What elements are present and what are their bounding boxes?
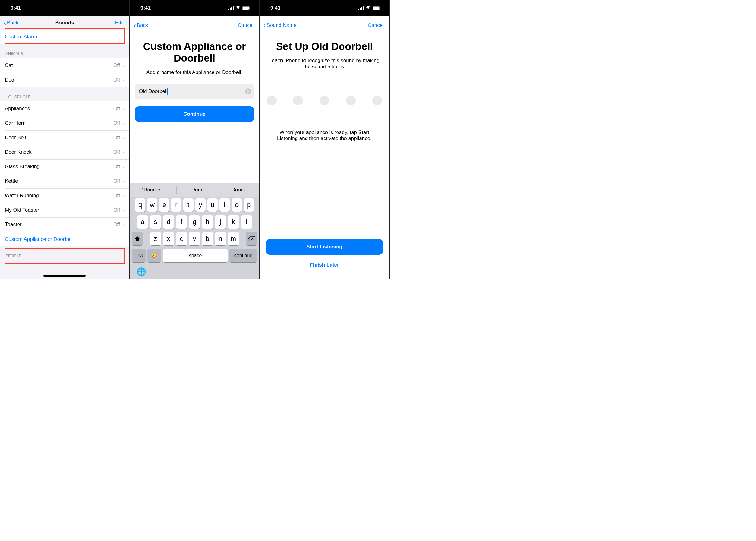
- row-label: Car Horn: [5, 120, 26, 126]
- key-c[interactable]: c: [176, 232, 187, 246]
- back-label: Back: [7, 20, 18, 26]
- key-q[interactable]: q: [135, 198, 145, 212]
- list-container: Custom Alarm ANIMALS CatOff›DogOff› HOUS…: [0, 30, 129, 279]
- key-d[interactable]: d: [163, 215, 174, 229]
- custom-appliance-label: Custom Appliance or Doorbell: [5, 237, 73, 243]
- key-b[interactable]: b: [202, 232, 213, 246]
- back-button[interactable]: ‹Back: [4, 19, 18, 27]
- emoji-key[interactable]: 😀: [147, 249, 161, 263]
- clear-text-button[interactable]: ✕: [245, 89, 251, 95]
- key-r[interactable]: r: [171, 198, 182, 212]
- suggestion-3[interactable]: Doors: [218, 183, 259, 197]
- delete-key[interactable]: [246, 232, 257, 246]
- keyboard-continue-key[interactable]: continue: [230, 249, 257, 263]
- name-input[interactable]: Old Doorbell: [135, 84, 254, 99]
- chevron-right-icon: ›: [122, 149, 124, 156]
- key-p[interactable]: p: [244, 198, 254, 212]
- key-l[interactable]: l: [241, 215, 252, 229]
- key-o[interactable]: o: [232, 198, 242, 212]
- svg-rect-17: [363, 6, 364, 10]
- row-label: Toaster: [5, 222, 22, 228]
- row-car-horn[interactable]: Car HornOff›: [0, 116, 129, 131]
- key-t[interactable]: t: [183, 198, 194, 212]
- row-toaster[interactable]: ToasterOff›: [0, 217, 129, 232]
- screen-setup-sound: 9:41 ‹Sound Name Cancel Set Up Old Doorb…: [260, 0, 390, 279]
- svg-rect-6: [120, 8, 121, 9]
- chevron-right-icon: ›: [122, 163, 124, 170]
- key-n[interactable]: n: [215, 232, 226, 246]
- modal-sheet: ‹Back Cancel Custom Appliance or Doorbel…: [130, 17, 259, 279]
- row-cat[interactable]: CatOff›: [0, 58, 129, 73]
- key-v[interactable]: v: [189, 232, 200, 246]
- finish-later-button[interactable]: Finish Later: [266, 260, 383, 270]
- row-label: Door Bell: [5, 135, 26, 141]
- row-appliances[interactable]: AppliancesOff›: [0, 101, 129, 116]
- key-j[interactable]: j: [215, 215, 226, 229]
- home-indicator[interactable]: [43, 275, 86, 276]
- shift-key[interactable]: [132, 232, 143, 246]
- battery-icon: [113, 6, 121, 10]
- key-k[interactable]: k: [228, 215, 239, 229]
- back-button[interactable]: ‹Sound Name: [263, 22, 297, 29]
- row-door-knock[interactable]: Door KnockOff›: [0, 145, 129, 159]
- status-bar: 9:41: [130, 0, 259, 16]
- key-h[interactable]: h: [202, 215, 213, 229]
- continue-button[interactable]: Continue: [135, 106, 254, 122]
- row-door-bell[interactable]: Door BellOff›: [0, 131, 129, 145]
- row-label: Kettle: [5, 178, 18, 184]
- suggestion-1[interactable]: “Doorbell”: [130, 183, 176, 197]
- numbers-key[interactable]: 123: [132, 249, 146, 263]
- chevron-right-icon: ›: [122, 178, 124, 185]
- svg-rect-0: [98, 9, 99, 10]
- edit-button[interactable]: Edit: [115, 20, 126, 26]
- back-label: Back: [137, 22, 148, 28]
- row-kettle[interactable]: KettleOff›: [0, 174, 129, 189]
- key-w[interactable]: w: [147, 198, 157, 212]
- back-button[interactable]: ‹Back: [134, 22, 148, 29]
- custom-appliance-row[interactable]: Custom Appliance or Doorbell: [0, 232, 129, 247]
- svg-rect-20: [380, 8, 380, 9]
- key-i[interactable]: i: [220, 198, 230, 212]
- chevron-right-icon: ›: [122, 120, 124, 127]
- progress-dot: [320, 96, 330, 105]
- row-dog[interactable]: DogOff›: [0, 73, 129, 87]
- key-e[interactable]: e: [159, 198, 169, 212]
- key-f[interactable]: f: [176, 215, 187, 229]
- screen-name-appliance: 9:41 ‹Back Cancel Custom Appliance or Do…: [130, 0, 260, 279]
- key-z[interactable]: z: [150, 232, 161, 246]
- text-cursor: [167, 88, 168, 95]
- row-label: Appliances: [5, 106, 30, 112]
- row-value: Off: [113, 120, 120, 126]
- key-a[interactable]: a: [137, 215, 148, 229]
- row-value: Off: [113, 207, 120, 213]
- row-value: Off: [113, 164, 120, 170]
- page-subtitle: Add a name for this Appliance or Doorbel…: [140, 69, 249, 76]
- svg-rect-12: [243, 7, 249, 10]
- row-value: Off: [113, 135, 120, 141]
- space-key[interactable]: space: [163, 249, 228, 263]
- chevron-right-icon: ›: [122, 134, 124, 141]
- row-glass-breaking[interactable]: Glass BreakingOff›: [0, 159, 129, 174]
- cancel-button[interactable]: Cancel: [238, 22, 256, 28]
- cancel-button[interactable]: Cancel: [368, 22, 385, 28]
- suggestion-2[interactable]: Door: [176, 183, 218, 197]
- row-my-old-toaster[interactable]: My Old ToasterOff›: [0, 203, 129, 217]
- row-value: Off: [113, 106, 120, 112]
- chevron-right-icon: ›: [122, 207, 124, 214]
- globe-icon[interactable]: 🌐: [137, 267, 258, 276]
- key-s[interactable]: s: [150, 215, 161, 229]
- page-title: Set Up Old Doorbell: [265, 40, 384, 52]
- key-g[interactable]: g: [189, 215, 200, 229]
- key-x[interactable]: x: [163, 232, 174, 246]
- custom-alarm-row[interactable]: Custom Alarm: [0, 30, 129, 44]
- chevron-right-icon: ›: [122, 105, 124, 112]
- key-m[interactable]: m: [228, 232, 239, 246]
- key-u[interactable]: u: [208, 198, 218, 212]
- status-time: 9:41: [270, 5, 281, 11]
- start-listening-button[interactable]: Start Listening: [266, 239, 383, 255]
- nav-bar: ‹Back Sounds Edit: [0, 16, 129, 30]
- row-water-running[interactable]: Water RunningOff›: [0, 189, 129, 203]
- status-time: 9:41: [11, 5, 21, 11]
- svg-rect-13: [250, 8, 250, 9]
- key-y[interactable]: y: [195, 198, 206, 212]
